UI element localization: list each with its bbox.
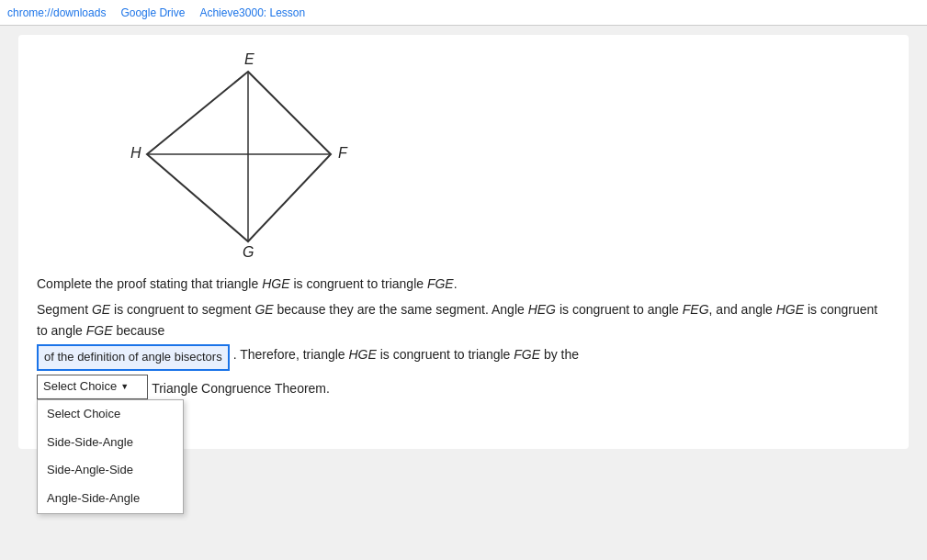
point-f-label: F [338, 145, 348, 161]
theorem-dropdown-value: Select Choice [43, 377, 117, 397]
theorem-dropdown[interactable]: Select Choice [37, 375, 148, 399]
option-select-choice[interactable]: Select Choice [38, 400, 183, 429]
proof-sentence: Segment GE is congruent to segment GE be… [37, 299, 890, 371]
highlighted-answer: of the definition of angle bisectors [37, 344, 230, 371]
download-link[interactable]: chrome://downloads [7, 6, 106, 19]
svg-marker-0 [147, 72, 331, 241]
dropdown-row: Select Choice Select Choice Side-Side-An… [37, 375, 890, 399]
theorem-dropdown-wrapper: Select Choice Select Choice Side-Side-An… [37, 375, 148, 399]
point-e-label: E [244, 51, 254, 67]
point-h-label: H [130, 145, 141, 161]
option-angle-side-angle[interactable]: Angle-Side-Angle [38, 485, 183, 513]
proof-text: Complete the proof stating that triangle… [37, 274, 890, 399]
geometry-diagram: E H F G [73, 44, 367, 264]
achieve-link[interactable]: Achieve3000: Lesson [199, 6, 305, 19]
option-side-angle-side[interactable]: Side-Angle-Side [38, 456, 183, 485]
option-side-side-angle[interactable]: Side-Side-Angle [38, 429, 183, 457]
proof-title: Complete the proof stating that triangle… [37, 274, 890, 294]
theorem-dropdown-open[interactable]: Select Choice Side-Side-Angle Side-Angle… [37, 399, 184, 514]
proof-text-part2: . Therefore, triangle HGE is congruent t… [233, 344, 579, 364]
top-bar: chrome://downloads Google Drive Achieve3… [0, 0, 927, 26]
theorem-suffix: Triangle Congruence Theorem. [152, 378, 330, 398]
proof-text-part1: Segment GE is congruent to segment GE be… [37, 299, 890, 341]
drive-link[interactable]: Google Drive [120, 6, 185, 19]
main-content: E H F G Complete the proof stating that … [18, 35, 909, 449]
point-g-label: G [243, 244, 254, 260]
diagram-container: E H F G [37, 44, 890, 264]
